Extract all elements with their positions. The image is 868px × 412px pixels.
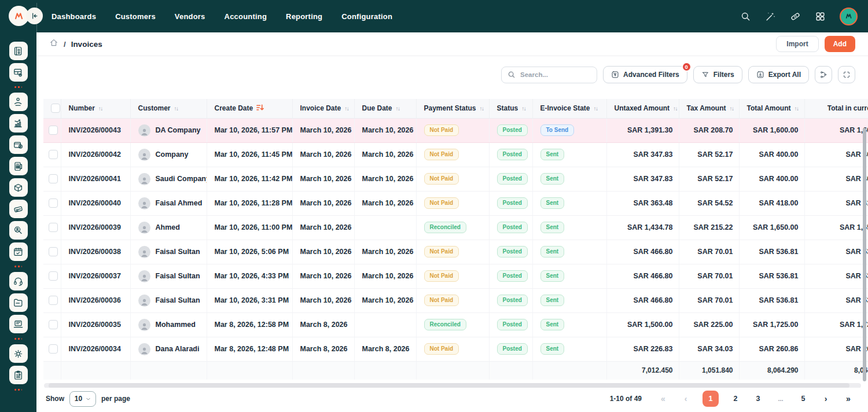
nav-item-reporting[interactable]: Reporting (286, 12, 322, 21)
sidebar-item-billing-calculator[interactable] (9, 157, 28, 175)
invoice-row[interactable]: INV/2026/00042CompanyMar 10, 2026, 11:45… (43, 142, 868, 167)
home-icon[interactable] (49, 38, 58, 50)
cell-checkbox[interactable] (43, 312, 61, 337)
sidebar-item-report-clipboard[interactable] (9, 366, 28, 384)
column-header-total-in-currency[interactable]: Total in currency (804, 99, 868, 118)
attachment-icon[interactable] (790, 11, 801, 22)
status-badge: Sent (540, 295, 565, 306)
cell-customer: DA Company (130, 118, 207, 142)
filters-button[interactable]: Filters (693, 66, 742, 83)
column-header-customer[interactable]: Customer↑↓ (130, 99, 207, 118)
page-button-1[interactable]: 1 (703, 391, 719, 407)
fullscreen-button[interactable] (838, 66, 855, 83)
sidebar-item-dashboard[interactable] (9, 63, 28, 82)
nav-item-vendors[interactable]: Vendors (175, 12, 205, 21)
next-page-button[interactable]: › (820, 391, 832, 407)
cell-checkbox[interactable] (43, 118, 61, 142)
page-button-5[interactable]: 5 (797, 391, 809, 407)
row-checkbox[interactable] (49, 126, 58, 135)
sidebar-item-growth-chart[interactable] (9, 114, 28, 133)
column-header-number[interactable]: Number↑↓ (61, 99, 130, 118)
user-avatar[interactable] (840, 8, 858, 25)
sidebar-item-search-user[interactable] (9, 221, 28, 240)
nav-item-accounting[interactable]: Accounting (225, 12, 267, 21)
last-page-button[interactable]: » (843, 391, 854, 407)
invoice-row[interactable]: INV/2026/00035MohammedMar 8, 2026, 12:58… (43, 312, 868, 337)
advanced-filters-button[interactable]: Advanced Filters 0 (603, 66, 687, 83)
search-icon[interactable] (740, 11, 751, 22)
cell-checkbox[interactable] (43, 337, 61, 361)
row-checkbox[interactable] (49, 150, 58, 159)
nav-item-configuration[interactable]: Configuration (341, 12, 392, 21)
column-header-status[interactable]: Status↑↓ (489, 99, 532, 118)
invoice-row[interactable]: INV/2026/00036Faisal SultanMar 10, 2026,… (43, 288, 868, 312)
page-button-2[interactable]: 2 (730, 391, 741, 407)
column-header-untaxed-amount[interactable]: Untaxed Amount↑↓ (606, 99, 679, 118)
sidebar-item-package[interactable] (9, 178, 28, 197)
column-header-select-all[interactable] (43, 99, 61, 118)
cell-checkbox[interactable] (43, 142, 61, 167)
status-badge: Sent (540, 222, 565, 233)
first-page-button[interactable]: « (657, 391, 669, 407)
cell-checkbox[interactable] (43, 288, 61, 312)
column-header-due-date[interactable]: Due Date↑↓ (354, 99, 416, 118)
row-checkbox[interactable] (49, 296, 58, 305)
row-checkbox[interactable] (49, 344, 58, 354)
row-checkbox[interactable] (49, 198, 58, 208)
column-header-total-amount[interactable]: Total Amount↑↓ (739, 99, 804, 118)
apps-grid-icon[interactable] (815, 11, 826, 22)
sidebar-item-wallet-add[interactable] (9, 135, 28, 154)
export-all-button[interactable]: Export All (748, 66, 809, 83)
row-checkbox[interactable] (49, 247, 58, 256)
page-size-select[interactable]: 10 (69, 391, 96, 407)
sort-icon: ↑↓ (480, 105, 484, 112)
settings-gear-icon (13, 348, 24, 359)
invoice-row[interactable]: INV/2026/00043DA CompanyMar 10, 2026, 11… (43, 118, 868, 142)
card-terminal-icon (13, 204, 24, 215)
split-view-button[interactable] (815, 66, 832, 83)
invoice-row[interactable]: INV/2026/00039AhmedMar 10, 2026, 11:00 P… (43, 215, 868, 240)
row-checkbox[interactable] (49, 271, 58, 281)
nav-item-dashboards[interactable]: Dashboards (52, 12, 96, 21)
sidebar-item-ledger[interactable] (9, 42, 28, 60)
sidebar-item-card-terminal[interactable] (9, 200, 28, 218)
sidebar-item-settings-gear[interactable] (9, 344, 28, 363)
column-header-e-invoice-state[interactable]: E-Invoice State↑↓ (532, 99, 606, 118)
invoice-row[interactable]: INV/2026/00034Dana AlaradiMar 8, 2026, 1… (43, 337, 868, 361)
import-button[interactable]: Import (776, 36, 818, 52)
total-untaxed-amount: 7,012.450 (606, 361, 679, 380)
row-checkbox[interactable] (49, 320, 58, 329)
cell-checkbox[interactable] (43, 240, 61, 264)
row-checkbox[interactable] (49, 223, 58, 232)
magic-wand-icon[interactable] (765, 11, 776, 22)
invoice-row[interactable]: INV/2026/00041Saudi CompanyMar 10, 2026,… (43, 167, 868, 191)
invoice-row[interactable]: INV/2026/00040Faisal AhmedMar 10, 2026, … (43, 191, 868, 215)
sidebar-item-attendance-calendar[interactable] (9, 242, 28, 261)
row-checkbox[interactable] (49, 174, 58, 183)
select-all-checkbox[interactable] (51, 104, 60, 113)
column-header-create-date[interactable]: Create Date (207, 99, 292, 118)
nav-item-customers[interactable]: Customers (115, 12, 156, 21)
cell-status: Posted (489, 215, 532, 240)
cell-checkbox[interactable] (43, 215, 61, 240)
invoice-row[interactable]: INV/2026/00038Faisal SultanMar 10, 2026,… (43, 240, 868, 264)
page-button-3[interactable]: 3 (752, 391, 764, 407)
cell-checkbox[interactable] (43, 191, 61, 215)
vertical-scrollbar[interactable] (863, 128, 866, 381)
cell-customer: Faisal Sultan (130, 288, 207, 312)
sidebar-item-support-headset[interactable] (9, 272, 28, 290)
sidebar-item-documents-folder[interactable] (9, 293, 28, 312)
cell-checkbox[interactable] (43, 264, 61, 288)
status-badge: Sent (540, 270, 565, 282)
column-header-payment-status[interactable]: Payment Status↑↓ (416, 99, 489, 118)
search-input[interactable] (520, 71, 584, 78)
prev-page-button[interactable]: ‹ (680, 391, 692, 407)
cell-checkbox[interactable] (43, 167, 61, 191)
invoice-row[interactable]: INV/2026/00037Faisal SultanMar 10, 2026,… (43, 264, 868, 288)
sidebar-item-sales-hand[interactable] (9, 93, 28, 111)
sidebar-collapse-button[interactable] (26, 8, 43, 24)
sidebar-item-laptop[interactable] (9, 315, 28, 333)
column-header-invoice-date[interactable]: Invoice Date↑↓ (292, 99, 354, 118)
column-header-tax-amount[interactable]: Tax Amount↑↓ (679, 99, 739, 118)
add-button[interactable]: Add (825, 36, 855, 52)
